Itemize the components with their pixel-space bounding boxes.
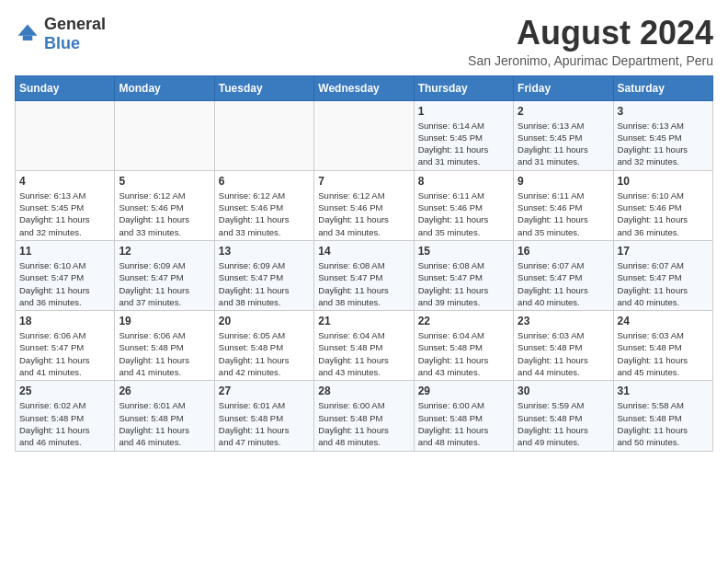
calendar-cell: 21Sunrise: 6:04 AM Sunset: 5:48 PM Dayli…	[314, 311, 414, 381]
day-number: 8	[418, 175, 509, 188]
day-number: 10	[618, 175, 709, 188]
day-number: 16	[518, 245, 609, 258]
day-info: Sunrise: 5:59 AM Sunset: 5:48 PM Dayligh…	[518, 399, 609, 448]
weekday-header-monday: Monday	[115, 75, 214, 100]
day-number: 2	[518, 105, 609, 118]
calendar-cell: 26Sunrise: 6:01 AM Sunset: 5:48 PM Dayli…	[115, 381, 214, 451]
calendar-cell: 16Sunrise: 6:07 AM Sunset: 5:47 PM Dayli…	[514, 240, 613, 310]
calendar-cell: 8Sunrise: 6:11 AM Sunset: 5:46 PM Daylig…	[414, 170, 513, 240]
day-info: Sunrise: 6:13 AM Sunset: 5:45 PM Dayligh…	[618, 120, 709, 168]
weekday-header-wednesday: Wednesday	[314, 75, 414, 100]
calendar-cell: 5Sunrise: 6:12 AM Sunset: 5:46 PM Daylig…	[115, 170, 214, 240]
calendar-cell: 17Sunrise: 6:07 AM Sunset: 5:47 PM Dayli…	[613, 240, 712, 310]
calendar-cell: 14Sunrise: 6:08 AM Sunset: 5:47 PM Dayli…	[314, 240, 414, 310]
day-info: Sunrise: 6:04 AM Sunset: 5:48 PM Dayligh…	[418, 329, 509, 378]
calendar-week-3: 11Sunrise: 6:10 AM Sunset: 5:47 PM Dayli…	[16, 240, 713, 310]
logo-text: General Blue	[44, 15, 106, 53]
calendar-cell	[214, 100, 313, 170]
day-number: 5	[119, 175, 210, 188]
day-number: 23	[518, 315, 609, 327]
logo: General Blue	[15, 15, 106, 53]
day-number: 27	[219, 385, 310, 397]
weekday-header-friday: Friday	[514, 75, 613, 100]
day-number: 14	[318, 245, 409, 258]
calendar-cell	[16, 100, 115, 170]
day-number: 31	[618, 385, 709, 397]
day-number: 28	[318, 385, 409, 397]
title-section: August 2024 San Jeronimo, Apurimac Depar…	[468, 15, 713, 68]
weekday-header-sunday: Sunday	[16, 75, 115, 100]
calendar-week-2: 4Sunrise: 6:13 AM Sunset: 5:45 PM Daylig…	[16, 170, 713, 240]
day-info: Sunrise: 6:08 AM Sunset: 5:47 PM Dayligh…	[318, 259, 409, 308]
weekday-header-row: SundayMondayTuesdayWednesdayThursdayFrid…	[16, 75, 713, 100]
calendar-cell: 31Sunrise: 5:58 AM Sunset: 5:48 PM Dayli…	[613, 381, 712, 451]
day-number: 30	[518, 385, 609, 397]
calendar-cell: 23Sunrise: 6:03 AM Sunset: 5:48 PM Dayli…	[514, 311, 613, 381]
day-info: Sunrise: 6:11 AM Sunset: 5:46 PM Dayligh…	[418, 190, 509, 238]
day-number: 26	[119, 385, 210, 397]
day-info: Sunrise: 6:13 AM Sunset: 5:45 PM Dayligh…	[19, 190, 110, 238]
day-info: Sunrise: 6:05 AM Sunset: 5:48 PM Dayligh…	[219, 329, 310, 378]
day-info: Sunrise: 6:01 AM Sunset: 5:48 PM Dayligh…	[219, 399, 310, 448]
calendar-cell: 24Sunrise: 6:03 AM Sunset: 5:48 PM Dayli…	[613, 311, 712, 381]
day-number: 24	[618, 315, 709, 327]
calendar-cell: 9Sunrise: 6:11 AM Sunset: 5:46 PM Daylig…	[514, 170, 613, 240]
calendar-body: 1Sunrise: 6:14 AM Sunset: 5:45 PM Daylig…	[16, 100, 713, 451]
calendar-week-4: 18Sunrise: 6:06 AM Sunset: 5:47 PM Dayli…	[16, 311, 713, 381]
calendar-cell: 13Sunrise: 6:09 AM Sunset: 5:47 PM Dayli…	[214, 240, 313, 310]
calendar-cell: 10Sunrise: 6:10 AM Sunset: 5:46 PM Dayli…	[613, 170, 712, 240]
main-title: August 2024	[468, 15, 713, 52]
day-number: 7	[318, 175, 409, 188]
day-info: Sunrise: 6:10 AM Sunset: 5:47 PM Dayligh…	[19, 259, 110, 308]
day-info: Sunrise: 6:09 AM Sunset: 5:47 PM Dayligh…	[119, 259, 210, 308]
day-info: Sunrise: 6:03 AM Sunset: 5:48 PM Dayligh…	[618, 329, 709, 378]
calendar-table: SundayMondayTuesdayWednesdayThursdayFrid…	[15, 75, 713, 452]
weekday-header-thursday: Thursday	[414, 75, 513, 100]
day-number: 15	[418, 245, 509, 258]
day-number: 13	[219, 245, 310, 258]
day-number: 22	[418, 315, 509, 327]
calendar-cell: 28Sunrise: 6:00 AM Sunset: 5:48 PM Dayli…	[314, 381, 414, 451]
day-info: Sunrise: 6:12 AM Sunset: 5:46 PM Dayligh…	[119, 190, 210, 238]
calendar-cell: 22Sunrise: 6:04 AM Sunset: 5:48 PM Dayli…	[414, 311, 513, 381]
calendar-header: SundayMondayTuesdayWednesdayThursdayFrid…	[16, 75, 713, 100]
calendar-week-5: 25Sunrise: 6:02 AM Sunset: 5:48 PM Dayli…	[16, 381, 713, 451]
day-info: Sunrise: 6:12 AM Sunset: 5:46 PM Dayligh…	[219, 190, 310, 238]
weekday-header-tuesday: Tuesday	[214, 75, 313, 100]
calendar-cell: 4Sunrise: 6:13 AM Sunset: 5:45 PM Daylig…	[16, 170, 115, 240]
day-info: Sunrise: 5:58 AM Sunset: 5:48 PM Dayligh…	[618, 399, 709, 448]
day-number: 20	[219, 315, 310, 327]
day-number: 1	[418, 105, 509, 118]
day-number: 29	[418, 385, 509, 397]
day-info: Sunrise: 6:14 AM Sunset: 5:45 PM Dayligh…	[418, 120, 509, 168]
day-number: 21	[318, 315, 409, 327]
calendar-cell: 1Sunrise: 6:14 AM Sunset: 5:45 PM Daylig…	[414, 100, 513, 170]
svg-rect-1	[23, 36, 33, 40]
logo-icon	[15, 21, 40, 47]
day-info: Sunrise: 6:08 AM Sunset: 5:47 PM Dayligh…	[418, 259, 509, 308]
day-number: 3	[618, 105, 709, 118]
day-info: Sunrise: 6:06 AM Sunset: 5:48 PM Dayligh…	[119, 329, 210, 378]
day-number: 12	[119, 245, 210, 258]
day-number: 19	[119, 315, 210, 327]
day-info: Sunrise: 6:09 AM Sunset: 5:47 PM Dayligh…	[219, 259, 310, 308]
day-number: 17	[618, 245, 709, 258]
day-info: Sunrise: 6:00 AM Sunset: 5:48 PM Dayligh…	[418, 399, 509, 448]
calendar-week-1: 1Sunrise: 6:14 AM Sunset: 5:45 PM Daylig…	[16, 100, 713, 170]
calendar-cell: 25Sunrise: 6:02 AM Sunset: 5:48 PM Dayli…	[16, 381, 115, 451]
day-info: Sunrise: 6:11 AM Sunset: 5:46 PM Dayligh…	[518, 190, 609, 238]
day-info: Sunrise: 6:03 AM Sunset: 5:48 PM Dayligh…	[518, 329, 609, 378]
day-info: Sunrise: 6:07 AM Sunset: 5:47 PM Dayligh…	[618, 259, 709, 308]
day-info: Sunrise: 6:02 AM Sunset: 5:48 PM Dayligh…	[19, 399, 110, 448]
day-info: Sunrise: 6:12 AM Sunset: 5:46 PM Dayligh…	[318, 190, 409, 238]
calendar-cell: 20Sunrise: 6:05 AM Sunset: 5:48 PM Dayli…	[214, 311, 313, 381]
day-number: 25	[19, 385, 110, 397]
calendar-cell: 18Sunrise: 6:06 AM Sunset: 5:47 PM Dayli…	[16, 311, 115, 381]
day-info: Sunrise: 6:04 AM Sunset: 5:48 PM Dayligh…	[318, 329, 409, 378]
calendar-cell: 6Sunrise: 6:12 AM Sunset: 5:46 PM Daylig…	[214, 170, 313, 240]
subtitle: San Jeronimo, Apurimac Department, Peru	[468, 53, 713, 68]
calendar-cell: 15Sunrise: 6:08 AM Sunset: 5:47 PM Dayli…	[414, 240, 513, 310]
day-info: Sunrise: 6:06 AM Sunset: 5:47 PM Dayligh…	[19, 329, 110, 378]
calendar-cell: 30Sunrise: 5:59 AM Sunset: 5:48 PM Dayli…	[514, 381, 613, 451]
day-info: Sunrise: 6:10 AM Sunset: 5:46 PM Dayligh…	[618, 190, 709, 238]
